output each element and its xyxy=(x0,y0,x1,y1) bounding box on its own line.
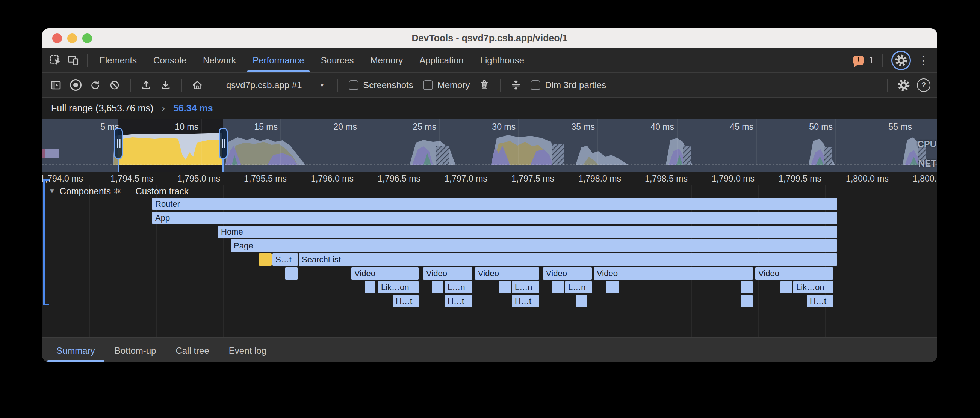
memory-checkbox[interactable] xyxy=(423,80,433,90)
dim-3rd-parties-checkbox-group[interactable]: Dim 3rd parties xyxy=(528,80,608,90)
chevron-down-icon: ▼ xyxy=(319,82,325,88)
cpu-lane-label: CPU xyxy=(917,139,936,149)
tab-sources[interactable]: Sources xyxy=(313,48,362,73)
ruler-tick-label: 1,799.5 ms xyxy=(779,174,821,184)
selection-handle-right[interactable] xyxy=(219,128,228,159)
flame-bar[interactable]: H…t xyxy=(512,295,539,307)
flame-bar[interactable]: Video xyxy=(543,267,592,280)
divider xyxy=(887,79,888,92)
full-range-label[interactable]: Full range (3,653.76 ms) xyxy=(51,103,153,114)
tab-elements[interactable]: Elements xyxy=(91,48,145,73)
selected-range-label[interactable]: 56.34 ms xyxy=(173,103,213,114)
flame-bar[interactable]: Video xyxy=(352,267,418,280)
flame-bar[interactable] xyxy=(259,253,272,266)
issues-icon[interactable]: ! xyxy=(853,55,864,65)
divider xyxy=(87,54,88,67)
tab-call-tree[interactable]: Call tree xyxy=(166,338,219,362)
flame-bar[interactable]: L…n xyxy=(444,281,472,293)
disclosure-triangle-icon[interactable]: ▼ xyxy=(49,188,55,195)
tab-performance[interactable]: Performance xyxy=(244,48,312,73)
dim-3rd-parties-label: Dim 3rd parties xyxy=(545,80,606,90)
flame-bar[interactable] xyxy=(499,281,511,293)
ruler-tick-label: 1,795.0 ms xyxy=(177,174,220,184)
ruler-tick-label: 1,796.0 ms xyxy=(311,174,353,184)
cpu-activity-chart xyxy=(42,119,937,172)
tab-summary[interactable]: Summary xyxy=(46,338,105,362)
flame-bar[interactable]: App xyxy=(152,212,837,224)
help-icon[interactable]: ? xyxy=(917,78,931,92)
tab-event-log[interactable]: Event log xyxy=(219,338,276,362)
record-icon[interactable] xyxy=(68,78,83,92)
flame-bar[interactable]: Home xyxy=(218,225,837,238)
dim-3rd-parties-checkbox[interactable] xyxy=(531,80,540,90)
screenshots-checkbox[interactable] xyxy=(349,80,358,90)
panel-settings-gear-icon[interactable] xyxy=(897,78,911,92)
divider xyxy=(500,79,501,92)
ruler-tick-label: 1,798.0 ms xyxy=(578,174,621,184)
flame-bar[interactable]: Page xyxy=(231,239,837,252)
flame-bar[interactable] xyxy=(432,281,444,293)
flame-bar[interactable] xyxy=(552,281,564,293)
flame-bar[interactable]: SearchList xyxy=(299,253,837,266)
issues-count[interactable]: 1 xyxy=(869,55,874,66)
flame-chart[interactable]: ▼ Components ⚛ — Custom track RouterAppH… xyxy=(42,185,937,337)
flame-bar[interactable]: S…t xyxy=(272,253,298,266)
selection-handle-left[interactable] xyxy=(114,128,123,159)
flame-bar[interactable]: L…n xyxy=(565,281,592,293)
tab-console[interactable]: Console xyxy=(145,48,195,73)
flame-bar[interactable] xyxy=(285,267,298,280)
screenshots-label: Screenshots xyxy=(363,80,413,90)
tab-lighthouse[interactable]: Lighthouse xyxy=(472,48,533,73)
home-icon[interactable] xyxy=(190,78,204,92)
reload-and-record-icon[interactable] xyxy=(88,78,102,92)
custom-track-header[interactable]: ▼ Components ⚛ — Custom track xyxy=(49,186,189,196)
flame-bar[interactable]: H…t xyxy=(444,295,472,307)
minimize-window-button[interactable] xyxy=(67,33,77,43)
flame-bar[interactable]: H…t xyxy=(393,295,418,307)
target-selector-dropdown[interactable]: qsvd7p.csb.app #1 ▼ xyxy=(222,80,329,90)
close-window-button[interactable] xyxy=(52,33,62,43)
tab-application[interactable]: Application xyxy=(411,48,472,73)
ruler-tick-label: 1,794.0 ms xyxy=(42,174,83,184)
flame-bar[interactable] xyxy=(741,295,752,307)
tab-memory[interactable]: Memory xyxy=(362,48,412,73)
flame-bar[interactable]: L…n xyxy=(512,281,539,293)
settings-gear-icon[interactable] xyxy=(891,51,911,70)
desktop: DevTools - qsvd7p.csb.app/video/1 Elemen… xyxy=(0,0,980,418)
memory-label: Memory xyxy=(438,80,470,90)
flame-bar[interactable]: Router xyxy=(152,198,837,210)
performance-toolbar: qsvd7p.csb.app #1 ▼ Screenshots Memory xyxy=(42,73,937,98)
flame-bar[interactable]: Lik…on xyxy=(378,281,418,293)
flame-bar[interactable] xyxy=(365,281,375,293)
flame-bar[interactable]: Video xyxy=(755,267,833,280)
traffic-lights xyxy=(52,28,92,48)
clear-icon[interactable] xyxy=(107,78,122,92)
flame-bar[interactable]: Video xyxy=(475,267,539,280)
upload-profile-icon[interactable] xyxy=(139,78,153,92)
flame-bar[interactable] xyxy=(606,281,619,293)
flame-bar[interactable] xyxy=(576,295,587,307)
zoom-window-button[interactable] xyxy=(82,33,92,43)
range-breadcrumb: Full range (3,653.76 ms) › 56.34 ms xyxy=(42,98,937,119)
flame-bar[interactable]: Video xyxy=(594,267,753,280)
flame-bar[interactable]: Video xyxy=(423,267,473,280)
flame-bar[interactable]: H…t xyxy=(807,295,833,307)
collapse-icon[interactable] xyxy=(509,78,523,92)
timeline-overview[interactable]: 5 ms10 ms15 ms20 ms25 ms30 ms35 ms40 ms4… xyxy=(42,119,937,172)
screenshots-checkbox-group[interactable]: Screenshots xyxy=(347,80,415,90)
memory-checkbox-group[interactable]: Memory xyxy=(421,80,473,90)
more-options-icon[interactable]: ⋮ xyxy=(916,55,931,66)
flame-bar[interactable] xyxy=(781,281,792,293)
inspect-element-icon[interactable] xyxy=(48,53,62,68)
ruler-tick-label: 1,797.5 ms xyxy=(511,174,554,184)
ruler-tick-label: 1,800.5 ms xyxy=(913,174,937,184)
toggle-sidebar-icon[interactable] xyxy=(49,78,63,92)
flame-bar[interactable] xyxy=(741,281,752,293)
download-profile-icon[interactable] xyxy=(159,78,173,92)
device-toolbar-icon[interactable] xyxy=(66,53,80,68)
tab-bottom-up[interactable]: Bottom-up xyxy=(105,338,166,362)
ruler-tick-label: 1,794.5 ms xyxy=(110,174,153,184)
collect-garbage-icon[interactable] xyxy=(477,78,492,92)
tab-network[interactable]: Network xyxy=(195,48,244,73)
flame-bar[interactable]: Lik…on xyxy=(793,281,833,293)
